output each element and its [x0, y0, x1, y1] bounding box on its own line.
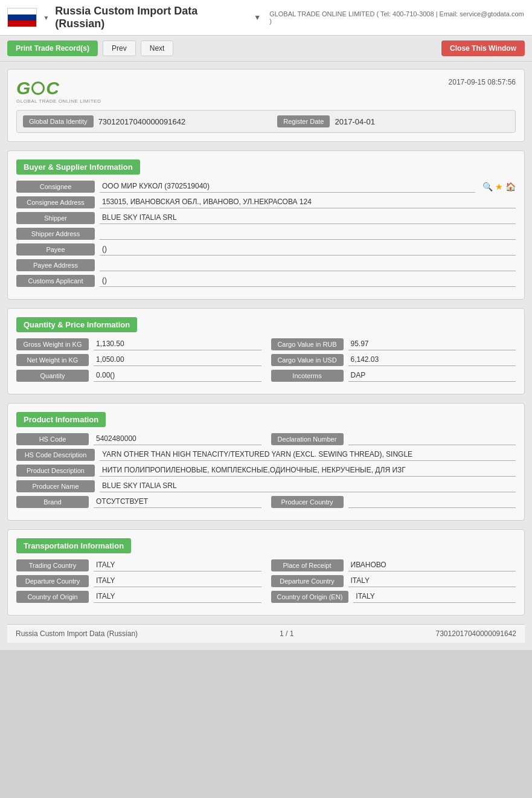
- logo-g: G: [16, 78, 30, 98]
- brand-value: ОТСУТСТВУЕТ: [94, 496, 261, 508]
- incoterms-value: DAP: [348, 370, 516, 382]
- consignee-value: ООО МИР КУКОЛ (3702519040): [100, 181, 475, 193]
- net-weight-field: Net Weight in KG 1,050.00: [16, 354, 261, 366]
- producer-name-value: BLUE SKY ITALIA SRL: [100, 480, 516, 492]
- net-weight-value: 1,050.00: [94, 354, 261, 366]
- place-of-receipt-label: Place of Receipt: [271, 559, 344, 571]
- close-button[interactable]: Close This Window: [441, 40, 525, 56]
- gto-logo: G C GLOBAL TRADE ONLINE LIMITED: [16, 78, 101, 104]
- producer-country-label: Producer Country: [271, 496, 344, 508]
- consignee-address-label: Consignee Address: [16, 196, 95, 208]
- gross-weight-label: Gross Weight in KG: [16, 338, 89, 350]
- gross-cargo-rub-row: Gross Weight in KG 1,130.50 Cargo Value …: [16, 338, 516, 350]
- quantity-label: Quantity: [16, 370, 89, 382]
- prev-button[interactable]: Prev: [103, 40, 136, 56]
- footer-record-id: 73012017040000091642: [436, 629, 516, 638]
- incoterms-label: Incoterms: [271, 370, 344, 382]
- search-icon[interactable]: 🔍: [482, 182, 493, 191]
- hs-code-desc-row: HS Code Description YARN OTHER THAN HIGH…: [16, 449, 516, 461]
- brand-producer-country-row: Brand ОТСУТСТВУЕТ Producer Country: [16, 496, 516, 508]
- quantity-field: Quantity 0.00(): [16, 370, 261, 382]
- cargo-usd-label: Cargo Value in USD: [271, 354, 344, 366]
- cargo-rub-field: Cargo Value in RUB 95.97: [271, 338, 516, 350]
- customs-applicant-value: (): [100, 275, 516, 287]
- hs-code-desc-value: YARN OTHER THAN HIGH TENACITY/TEXTURED Y…: [100, 449, 516, 461]
- country-of-origin-field: Country of Origin ITALY: [16, 591, 261, 603]
- departure-country-value: ITALY: [94, 575, 261, 587]
- gross-weight-value: 1,130.50: [94, 338, 261, 350]
- footer-bar: Russia Custom Import Data (Russian) 1 / …: [7, 624, 525, 643]
- trading-country-field: Trading Country ITALY: [16, 559, 261, 571]
- cargo-rub-value: 95.97: [348, 338, 516, 350]
- consignee-row: Consignee ООО МИР КУКОЛ (3702519040) 🔍 ★…: [16, 181, 516, 193]
- hs-code-value: 5402480000: [94, 433, 261, 445]
- home-icon[interactable]: 🏠: [505, 182, 516, 191]
- flag-dropdown-arrow[interactable]: ▼: [43, 14, 49, 21]
- logo-sub: GLOBAL TRADE ONLINE LIMITED: [16, 98, 101, 104]
- departure-country-label: Departure Country: [16, 575, 89, 587]
- timestamp: 2017-09-15 08:57:56: [449, 78, 516, 86]
- cargo-usd-field: Cargo Value in USD 6,142.03: [271, 354, 516, 366]
- product-info-card: Product Information HS Code 5402480000 D…: [7, 403, 525, 521]
- quantity-incoterms-row: Quantity 0.00() Incoterms DAP: [16, 370, 516, 382]
- buyer-supplier-title: Buyer & Supplier Information: [16, 159, 140, 175]
- toolbar: Print Trade Record(s) Prev Next Close Th…: [0, 36, 532, 62]
- country-of-origin-en-value: ITALY: [353, 591, 516, 603]
- product-desc-value: НИТИ ПОЛИПРОПИЛЕНОВЫЕ, КОМПЛЕКСНЫЕ,ОДИНО…: [100, 465, 516, 477]
- place-of-receipt-field: Place of Receipt ИВАНОВО: [271, 559, 516, 571]
- logo-area: G C GLOBAL TRADE ONLINE LIMITED 2017-09-…: [16, 78, 516, 104]
- quantity-value: 0.00(): [94, 370, 261, 382]
- shipper-address-value: [100, 228, 516, 240]
- cargo-usd-value: 6,142.03: [348, 354, 516, 366]
- payee-address-value: [100, 259, 516, 271]
- declaration-number-value: [348, 433, 516, 445]
- trading-place-row: Trading Country ITALY Place of Receipt И…: [16, 559, 516, 571]
- trading-country-value: ITALY: [94, 559, 261, 571]
- transportation-title: Transportation Information: [16, 538, 131, 553]
- departure-country2-field: Departure Country ITALY: [271, 575, 516, 587]
- customs-applicant-row: Customs Applicant (): [16, 275, 516, 287]
- consignee-address-value: 153015, ИВАНОВСКАЯ ОБЛ., ИВАНОВО, УЛ.НЕК…: [100, 196, 516, 208]
- departure-country-field: Departure Country ITALY: [16, 575, 261, 587]
- top-bar: ▼ Russia Custom Import Data (Russian) ▼ …: [0, 0, 532, 36]
- product-desc-label: Product Description: [16, 465, 95, 477]
- shipper-value: BLUE SKY ITALIA SRL: [100, 212, 516, 224]
- app-title: Russia Custom Import Data (Russian): [55, 5, 248, 30]
- transportation-card: Transportation Information Trading Count…: [7, 529, 525, 616]
- declaration-number-label: Declaration Number: [271, 433, 344, 445]
- global-data-identity-label: Global Data Identity: [23, 115, 94, 127]
- gross-weight-field: Gross Weight in KG 1,130.50: [16, 338, 261, 350]
- shipper-address-label: Shipper Address: [16, 228, 95, 240]
- product-info-header: Product Information: [16, 412, 516, 433]
- brand-field: Brand ОТСУТСТВУЕТ: [16, 496, 261, 508]
- print-button[interactable]: Print Trade Record(s): [7, 40, 98, 56]
- product-desc-row: Product Description НИТИ ПОЛИПРОПИЛЕНОВЫ…: [16, 465, 516, 477]
- payee-address-label: Payee Address: [16, 259, 95, 271]
- transportation-header: Transportation Information: [16, 538, 516, 559]
- global-data-identity-value: 73012017040000091642: [98, 117, 273, 126]
- register-date-label: Register Date: [277, 115, 330, 127]
- departure-country2-value: ITALY: [348, 575, 516, 587]
- payee-value: (): [100, 243, 516, 256]
- producer-name-row: Producer Name BLUE SKY ITALIA SRL: [16, 480, 516, 492]
- quantity-price-header: Quantity & Price Information: [16, 317, 516, 338]
- star-icon[interactable]: ★: [495, 182, 503, 191]
- departure-row: Departure Country ITALY Departure Countr…: [16, 575, 516, 587]
- next-button[interactable]: Next: [141, 40, 174, 56]
- shipper-label: Shipper: [16, 212, 95, 224]
- consignee-label: Consignee: [16, 181, 95, 193]
- identity-row: Global Data Identity 7301201704000009164…: [16, 110, 516, 133]
- main-content: G C GLOBAL TRADE ONLINE LIMITED 2017-09-…: [0, 62, 532, 650]
- hs-code-field: HS Code 5402480000: [16, 433, 261, 445]
- buyer-supplier-header: Buyer & Supplier Information: [16, 159, 516, 181]
- consignee-icons: 🔍 ★ 🏠: [482, 182, 516, 191]
- producer-country-value: [348, 496, 516, 508]
- country-of-origin-value: ITALY: [94, 591, 261, 603]
- russia-flag: [7, 8, 37, 27]
- place-of-receipt-value: ИВАНОВО: [348, 559, 516, 571]
- country-of-origin-label: Country of Origin: [16, 591, 89, 603]
- title-arrow: ▼: [254, 13, 261, 22]
- origin-row: Country of Origin ITALY Country of Origi…: [16, 591, 516, 603]
- cargo-rub-label: Cargo Value in RUB: [271, 338, 344, 350]
- hs-declaration-row: HS Code 5402480000 Declaration Number: [16, 433, 516, 445]
